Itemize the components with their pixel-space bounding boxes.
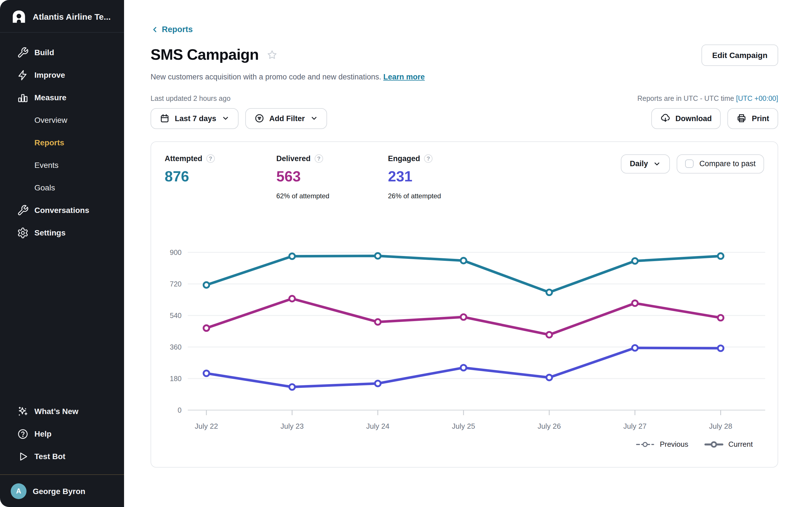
data-point[interactable] bbox=[289, 253, 295, 259]
data-point[interactable] bbox=[375, 252, 380, 258]
workspace-name: Atlantis Airline Te... bbox=[33, 12, 111, 21]
x-axis-tick: July 26 bbox=[538, 421, 561, 430]
data-point[interactable] bbox=[632, 300, 638, 305]
legend-sample-icon bbox=[704, 440, 723, 449]
data-point[interactable] bbox=[461, 314, 466, 320]
legend-label: Previous bbox=[660, 440, 688, 448]
x-axis-tick: July 25 bbox=[452, 421, 475, 430]
sidebar-item-reports[interactable]: Reports bbox=[0, 131, 124, 154]
sidebar-item-label: Improve bbox=[35, 70, 65, 79]
granularity-dropdown[interactable]: Daily bbox=[621, 154, 670, 173]
y-axis-tick: 0 bbox=[177, 406, 182, 414]
sidebar-item-label: Events bbox=[35, 161, 59, 170]
data-point[interactable] bbox=[718, 345, 723, 351]
data-point[interactable] bbox=[204, 325, 209, 331]
user-menu[interactable]: A George Byron bbox=[0, 475, 124, 507]
data-point[interactable] bbox=[718, 253, 723, 259]
data-point[interactable] bbox=[375, 380, 380, 386]
sidebar-item-settings[interactable]: Settings bbox=[0, 221, 124, 244]
y-axis-tick: 180 bbox=[170, 374, 182, 382]
data-point[interactable] bbox=[289, 384, 295, 390]
stat-attempted: Attempted?876 bbox=[165, 154, 276, 200]
sidebar-item-label: Goals bbox=[35, 183, 55, 192]
breadcrumb-back[interactable]: Reports bbox=[151, 25, 193, 34]
data-point[interactable] bbox=[546, 332, 552, 337]
help-icon[interactable]: ? bbox=[206, 154, 215, 163]
add-filter-dropdown[interactable]: Add Filter bbox=[245, 108, 327, 129]
sidebar-item-what-s-new[interactable]: What’s New bbox=[0, 400, 124, 422]
data-point[interactable] bbox=[546, 374, 552, 380]
x-axis-tick: July 23 bbox=[281, 421, 304, 430]
data-point[interactable] bbox=[461, 364, 466, 370]
x-axis-tick: July 27 bbox=[623, 421, 647, 430]
sidebar-item-label: Conversations bbox=[35, 206, 89, 215]
data-point[interactable] bbox=[632, 258, 638, 263]
sidebar-item-goals[interactable]: Goals bbox=[0, 176, 124, 199]
wrench-icon bbox=[16, 46, 29, 59]
y-axis-tick: 720 bbox=[170, 280, 182, 288]
stats-row: Attempted?876Delivered?56362% of attempt… bbox=[165, 154, 500, 200]
gear-icon bbox=[16, 226, 29, 239]
sidebar-item-test-bot[interactable]: Test Bot bbox=[0, 445, 124, 467]
bolt-icon bbox=[16, 69, 29, 81]
sidebar-item-label: Reports bbox=[35, 138, 64, 147]
sparkles-icon bbox=[16, 405, 29, 417]
sidebar-item-overview[interactable]: Overview bbox=[0, 109, 124, 131]
sidebar-item-measure[interactable]: Measure bbox=[0, 86, 124, 109]
stat-subtext: 62% of attempted bbox=[276, 192, 388, 200]
compare-checkbox[interactable] bbox=[685, 159, 694, 168]
breadcrumb-label: Reports bbox=[162, 25, 193, 34]
wrench-icon bbox=[16, 204, 29, 216]
sidebar-item-help[interactable]: Help bbox=[0, 422, 124, 445]
sidebar-item-improve[interactable]: Improve bbox=[0, 64, 124, 86]
bar-chart-icon bbox=[16, 91, 29, 104]
avatar: A bbox=[11, 483, 27, 499]
user-name: George Byron bbox=[33, 487, 86, 496]
data-point[interactable] bbox=[204, 370, 209, 376]
sidebar-item-label: Measure bbox=[35, 93, 66, 102]
help-circle-icon bbox=[16, 428, 29, 440]
stat-value: 563 bbox=[276, 168, 388, 185]
help-icon[interactable]: ? bbox=[424, 154, 433, 163]
sidebar: Atlantis Airline Te... BuildImproveMeasu… bbox=[0, 0, 124, 507]
data-point[interactable] bbox=[204, 282, 209, 288]
print-button[interactable]: Print bbox=[727, 108, 778, 129]
sidebar-item-events[interactable]: Events bbox=[0, 154, 124, 176]
date-range-dropdown[interactable]: Last 7 days bbox=[151, 108, 238, 129]
filter-icon bbox=[254, 113, 264, 123]
learn-more-link[interactable]: Learn more bbox=[383, 72, 424, 81]
workspace-switcher[interactable]: Atlantis Airline Te... bbox=[0, 0, 124, 32]
data-point[interactable] bbox=[546, 289, 552, 295]
sidebar-item-build[interactable]: Build bbox=[0, 41, 124, 64]
data-point[interactable] bbox=[718, 315, 723, 320]
calendar-icon bbox=[160, 113, 170, 123]
data-point[interactable] bbox=[289, 295, 295, 301]
report-card: Attempted?876Delivered?56362% of attempt… bbox=[151, 141, 778, 467]
legend-item-current[interactable]: Current bbox=[704, 440, 753, 449]
sidebar-item-conversations[interactable]: Conversations bbox=[0, 199, 124, 221]
data-point[interactable] bbox=[461, 258, 466, 263]
data-point[interactable] bbox=[375, 319, 380, 325]
sidebar-nav: BuildImproveMeasureOverviewReportsEvents… bbox=[0, 33, 124, 244]
favorite-star-icon[interactable] bbox=[266, 49, 278, 61]
legend-sample-icon bbox=[636, 440, 655, 449]
stat-label: Engaged bbox=[388, 154, 420, 163]
chevron-left-icon bbox=[151, 25, 159, 34]
data-point[interactable] bbox=[632, 345, 638, 350]
stat-label: Attempted bbox=[165, 154, 202, 163]
stat-value: 876 bbox=[165, 168, 276, 185]
legend-label: Current bbox=[728, 440, 753, 448]
sidebar-item-label: Settings bbox=[35, 228, 65, 237]
compare-to-past-toggle[interactable]: Compare to past bbox=[677, 154, 764, 173]
legend-item-previous[interactable]: Previous bbox=[636, 440, 688, 449]
stat-subtext: 26% of attempted bbox=[388, 192, 500, 200]
utc-offset-link[interactable]: [UTC +00:00] bbox=[736, 94, 778, 102]
campaign-description: New customers acquisition with a promo c… bbox=[151, 72, 778, 81]
download-button[interactable]: Download bbox=[651, 108, 721, 129]
edit-campaign-button[interactable]: Edit Campaign bbox=[702, 44, 778, 66]
help-icon[interactable]: ? bbox=[315, 154, 323, 163]
trend-chart: 0180360540720900July 22July 23July 24Jul… bbox=[165, 229, 765, 432]
y-axis-tick: 900 bbox=[170, 248, 182, 256]
timezone-note: Reports are in UTC - UTC time [UTC +00:0… bbox=[638, 94, 778, 102]
sidebar-item-label: Build bbox=[35, 48, 54, 57]
